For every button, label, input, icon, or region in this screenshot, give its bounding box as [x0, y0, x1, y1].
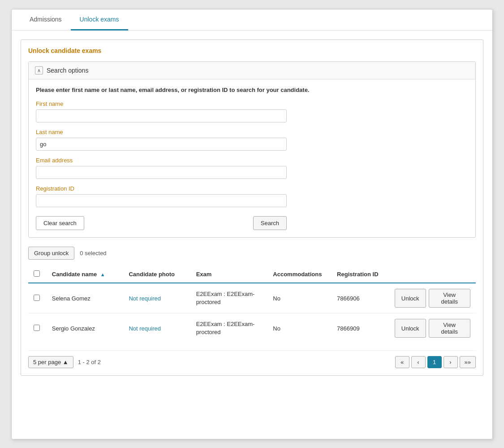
row-2-exam-text: E2EExam : E2EExam-proctored: [196, 321, 255, 335]
table-row: Sergio Gonzalez Not required E2EExam : E…: [28, 313, 476, 344]
search-button[interactable]: Search: [253, 216, 287, 230]
search-options-body: Please enter first name or last name, em…: [29, 79, 475, 237]
registration-id-group: Registration ID: [36, 185, 468, 207]
table-header: Candidate name ▲ Candidate photo Exam Ac…: [28, 266, 476, 283]
row-1-candidate-name: Selena Gomez: [47, 283, 124, 313]
col-exam: Exam: [191, 266, 268, 283]
results-table: Candidate name ▲ Candidate photo Exam Ac…: [28, 266, 476, 343]
current-page-button[interactable]: 1: [427, 356, 442, 368]
section-card: Unlock candidate exams ∧ Search options …: [21, 39, 483, 376]
search-options-label: Search options: [47, 67, 88, 74]
row-1-exam: E2EExam : E2EExam-proctored: [191, 283, 268, 313]
row-2-checkbox[interactable]: [34, 325, 40, 331]
tab-unlock-exams[interactable]: Unlock exams: [71, 9, 128, 30]
col-registration-id: Registration ID: [332, 266, 389, 283]
row-1-unlock-button[interactable]: Unlock: [395, 289, 426, 308]
row-2-photo-status: Not required: [129, 325, 161, 332]
col-candidate-name-label: Candidate name: [52, 271, 97, 278]
row-2-action-buttons: Unlock View details: [395, 319, 470, 338]
pagination-bar: 5 per page ▲ 1 - 2 of 2 « ‹ 1 › »»: [28, 350, 476, 368]
tab-bar: Admissions Unlock exams: [12, 9, 492, 30]
row-2-registration-id: 7866909: [332, 313, 389, 344]
row-1-actions: Unlock View details: [389, 283, 476, 313]
last-name-input[interactable]: [36, 138, 287, 151]
tab-admissions[interactable]: Admissions: [21, 9, 71, 30]
row-1-exam-text: E2EExam : E2EExam-proctored: [196, 291, 255, 305]
last-page-button[interactable]: »»: [460, 356, 476, 368]
pagination-left: 5 per page ▲ 1 - 2 of 2: [28, 356, 101, 368]
row-2-actions: Unlock View details: [389, 313, 476, 344]
search-options-box: ∧ Search options Please enter first name…: [28, 61, 476, 238]
clear-search-button[interactable]: Clear search: [36, 216, 84, 230]
search-instruction: Please enter first name or last name, em…: [36, 87, 468, 93]
pagination-right: « ‹ 1 › »»: [395, 356, 476, 368]
section-title: Unlock candidate exams: [28, 47, 476, 54]
row-2-accommodations: No: [267, 313, 332, 344]
select-all-checkbox[interactable]: [34, 270, 40, 277]
email-input[interactable]: [36, 166, 287, 179]
row-1-check-cell: [28, 283, 47, 313]
next-page-button[interactable]: ›: [444, 356, 458, 368]
group-unlock-button[interactable]: Group unlock: [28, 247, 74, 260]
page-range-label: 1 - 2 of 2: [78, 359, 101, 365]
row-2-exam: E2EExam : E2EExam-proctored: [191, 313, 268, 344]
row-1-candidate-photo: Not required: [123, 283, 190, 313]
row-2-candidate-name: Sergio Gonzalez: [47, 313, 124, 344]
row-1-checkbox[interactable]: [34, 295, 40, 301]
row-2-candidate-photo: Not required: [123, 313, 190, 344]
first-name-label: First name: [36, 100, 468, 107]
selected-count: 0 selected: [80, 250, 106, 257]
col-candidate-name[interactable]: Candidate name ▲: [47, 266, 124, 283]
row-2-unlock-button[interactable]: Unlock: [395, 319, 426, 338]
prev-page-button[interactable]: ‹: [411, 356, 426, 368]
last-name-group: Last name: [36, 129, 468, 151]
row-2-check-cell: [28, 313, 47, 344]
row-1-registration-id: 7866906: [332, 283, 389, 313]
row-1-view-details-button[interactable]: View details: [429, 289, 470, 308]
sort-asc-icon: ▲: [100, 272, 105, 277]
email-group: Email address: [36, 157, 468, 179]
registration-id-label: Registration ID: [36, 185, 468, 192]
search-buttons: Clear search Search: [36, 216, 287, 230]
first-name-group: First name: [36, 100, 468, 122]
registration-id-input[interactable]: [36, 194, 287, 207]
col-candidate-photo: Candidate photo: [123, 266, 190, 283]
table-row: Selena Gomez Not required E2EExam : E2EE…: [28, 283, 476, 313]
row-1-accommodations: No: [267, 283, 332, 313]
email-label: Email address: [36, 157, 468, 164]
row-1-action-buttons: Unlock View details: [395, 289, 470, 308]
results-header: Group unlock 0 selected: [28, 247, 476, 260]
search-options-toggle[interactable]: ∧ Search options: [29, 62, 475, 79]
first-page-button[interactable]: «: [395, 356, 409, 368]
row-2-view-details-button[interactable]: View details: [429, 319, 470, 338]
per-page-button[interactable]: 5 per page ▲: [28, 356, 73, 368]
table-body: Selena Gomez Not required E2EExam : E2EE…: [28, 283, 476, 343]
select-all-col: [28, 266, 47, 283]
col-accommodations: Accommodations: [267, 266, 332, 283]
chevron-up-icon: ∧: [35, 66, 43, 74]
first-name-input[interactable]: [36, 109, 287, 122]
row-1-photo-status: Not required: [129, 295, 161, 302]
last-name-label: Last name: [36, 129, 468, 135]
main-window: Admissions Unlock exams Unlock candidate…: [11, 9, 493, 439]
main-content: Unlock candidate exams ∧ Search options …: [12, 30, 492, 385]
col-actions: [389, 266, 476, 283]
